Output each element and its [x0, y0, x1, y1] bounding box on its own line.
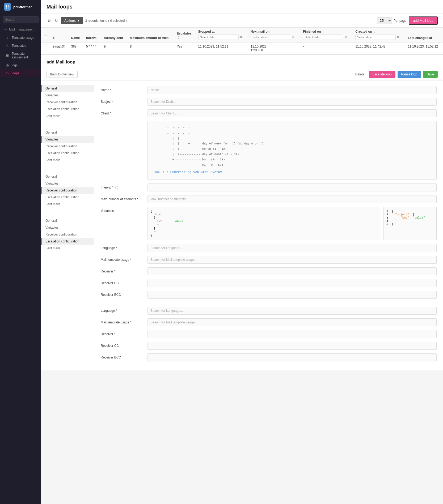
- nav-item-variables-2[interactable]: Variables: [41, 136, 94, 143]
- save-button[interactable]: Save: [423, 71, 438, 78]
- sidebar-nav: ≡ Template usage ✎ Templates ⊞ Template …: [0, 34, 41, 77]
- mail-template-receiver-input[interactable]: [147, 256, 437, 264]
- col-header-finished-on: Finished on ✕: [300, 28, 353, 42]
- receiver-cc-escalation-input[interactable]: Receiver CC: [147, 342, 437, 350]
- settings-icon-btn[interactable]: ⚙: [47, 18, 52, 24]
- receiver-escalation-input[interactable]: Receiver: [147, 330, 437, 338]
- template-assignment-icon: ⊞: [5, 54, 10, 57]
- col-header-name: Name: [69, 28, 83, 42]
- sidebar-item-logs[interactable]: ◷ logs: [0, 61, 41, 69]
- cron-diagram-box: * * * * * - - - - - | | | | | | | | | +-…: [147, 121, 437, 180]
- client-label: Client *: [101, 109, 143, 115]
- escalate-loop-button[interactable]: Escalate loop: [369, 71, 395, 78]
- form-row-interval: Interval * ⓘ * 8 * * *: [101, 183, 437, 191]
- form-row-receiver-cc-escalation: Receiver CC Receiver CC: [101, 342, 437, 350]
- sidebar-item-templates[interactable]: ✎ Templates: [0, 42, 41, 50]
- delete-button[interactable]: Delete: [353, 71, 367, 78]
- nav-item-general-3[interactable]: General: [41, 173, 94, 180]
- nav-item-variables-1[interactable]: Variables: [41, 92, 94, 99]
- mail-template-escalation-input[interactable]: [147, 318, 437, 326]
- nav-group-2: General Variables Receiver configuration…: [41, 129, 94, 164]
- name-input[interactable]: [147, 86, 437, 94]
- nav-item-receiver-config-3[interactable]: Receiver configuration: [41, 187, 94, 194]
- var-obj-open: {: [150, 216, 377, 219]
- next-mail-clear-icon[interactable]: ✕: [292, 36, 294, 39]
- nav-item-variables-4[interactable]: Variables: [41, 224, 94, 231]
- nav-item-sent-mails-3[interactable]: Sent mails: [41, 201, 94, 208]
- receiver-bcc-escalation-input[interactable]: Receiver BCC: [147, 353, 437, 361]
- nav-item-general-2[interactable]: General: [41, 129, 94, 136]
- col-header-stopped-at: Stopped at ✕: [196, 28, 248, 42]
- sidebar-item-template-assignment[interactable]: ⊞ Template assignment: [0, 50, 41, 61]
- search-input[interactable]: [3, 16, 39, 23]
- page-header: Mail loops: [41, 0, 443, 14]
- toolbar-icons: ⚙ ↻: [47, 18, 59, 24]
- language-receiver-input[interactable]: [147, 244, 437, 252]
- created-on-clear-icon[interactable]: ✕: [397, 36, 399, 39]
- actions-button[interactable]: Actions ▼: [61, 17, 83, 24]
- svg-rect-3: [8, 7, 9, 9]
- receiver-input[interactable]: Receiver: [147, 267, 437, 275]
- svg-rect-2: [6, 7, 7, 9]
- next-mail-filter[interactable]: [251, 35, 291, 40]
- per-page-control: 25 50 100 Per page: [377, 17, 407, 24]
- sidebar-item-template-usage[interactable]: ≡ Template usage: [0, 34, 41, 42]
- stopped-at-clear-icon[interactable]: ✕: [240, 36, 242, 39]
- row-stopped-at: 11.10.2023, 11:52:11: [196, 42, 248, 54]
- nav-item-sent-mails-4[interactable]: Sent mails: [41, 245, 94, 252]
- nav-item-escalation-config-1[interactable]: Escalation configuration: [41, 106, 94, 113]
- interval-input[interactable]: * 8 * * *: [147, 183, 437, 191]
- var-plus-1[interactable]: +: [150, 223, 377, 227]
- add-panel-header: add Mail loop: [41, 55, 443, 68]
- nav-header[interactable]: ← Mail management: [0, 25, 41, 34]
- receiver-cc-escalation-label: Receiver CC: [101, 342, 143, 348]
- nav-group-4: General Variables Receiver configuration…: [41, 217, 94, 252]
- variables-editor[interactable]: { object { key value + } + }: [147, 207, 380, 240]
- var-plus-2[interactable]: +: [150, 230, 377, 234]
- add-mail-loop-button[interactable]: add Mail loop: [409, 16, 438, 25]
- sidebar-item-loops[interactable]: ↻ loops: [0, 69, 41, 77]
- row-already-sent: 9: [101, 42, 127, 54]
- nav-item-sent-mails-1[interactable]: Sent mails: [41, 113, 94, 119]
- nav-item-escalation-config-2[interactable]: Escalation configuration: [41, 150, 94, 157]
- template-usage-icon: ≡: [5, 36, 10, 40]
- client-input[interactable]: [147, 109, 437, 117]
- subject-input[interactable]: [147, 98, 437, 106]
- sidebar-item-label: Templates: [12, 44, 26, 48]
- refresh-icon-btn[interactable]: ↻: [54, 18, 59, 24]
- select-all-checkbox[interactable]: [44, 36, 47, 39]
- created-on-filter[interactable]: [355, 35, 396, 40]
- panel-action-buttons: Delete Escalate loop Pause loop Save: [353, 71, 438, 78]
- interval-label: Interval * ⓘ: [101, 183, 143, 190]
- nav-item-receiver-config-1[interactable]: Receiver configuration: [41, 99, 94, 106]
- nav-item-general-4[interactable]: General: [41, 217, 94, 224]
- row-checkbox[interactable]: [44, 45, 47, 48]
- row-created-on: 11.10.2023, 11:42:48: [353, 42, 405, 54]
- language-escalation-input[interactable]: [147, 307, 437, 315]
- per-page-select[interactable]: 25 50 100: [377, 17, 392, 24]
- receiver-bcc-input[interactable]: Receiver BCC: [147, 291, 437, 299]
- nav-header-label: Mail management: [9, 28, 34, 31]
- finished-on-filter[interactable]: [303, 35, 343, 40]
- finished-on-clear-icon[interactable]: ✕: [344, 36, 347, 39]
- var-key-value: key value: [150, 219, 377, 223]
- nav-item-escalation-config-3[interactable]: Escalation configuration: [41, 194, 94, 201]
- stopped-at-filter[interactable]: [198, 35, 239, 40]
- nav-item-receiver-config-2[interactable]: Receiver configuration: [41, 143, 94, 150]
- nav-item-sent-mails-2[interactable]: Sent mails: [41, 157, 94, 164]
- back-to-overview-button[interactable]: Back to overview: [47, 71, 78, 78]
- nav-item-escalation-config-4[interactable]: Escalation configuration: [41, 238, 94, 245]
- var-brace-close: }: [150, 234, 377, 237]
- table-container: # Name Interval Already sent Maximum amo…: [41, 28, 443, 54]
- cron-syntax-link[interactable]: Tool zur Generierung von Cron Syntax: [153, 170, 431, 175]
- nav-item-variables-3[interactable]: Variables: [41, 180, 94, 187]
- nav-item-general-1[interactable]: General: [41, 85, 94, 92]
- max-attempts-input[interactable]: [147, 195, 437, 203]
- row-finished-on: -: [300, 42, 353, 54]
- pause-loop-button[interactable]: Pause loop: [398, 71, 421, 78]
- add-mail-loop-panel: add Mail loop Back to overview Delete Es…: [41, 54, 443, 370]
- form-row-cron: * * * * * - - - - - | | | | | | | | | +-…: [101, 121, 437, 180]
- sidebar: printformer ← Mail management ≡ Template…: [0, 0, 41, 504]
- receiver-cc-input[interactable]: Receiver CC: [147, 279, 437, 287]
- nav-item-receiver-config-4[interactable]: Receiver configuration: [41, 231, 94, 238]
